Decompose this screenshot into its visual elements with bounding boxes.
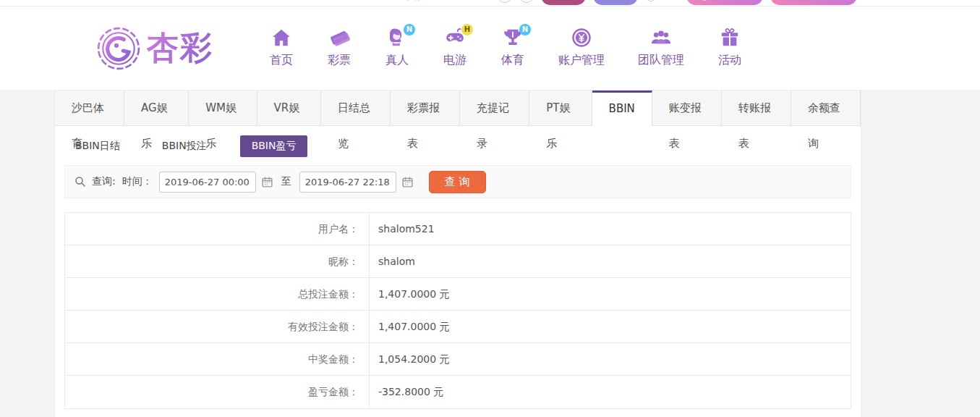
row-label: 总投注金额： <box>65 278 370 310</box>
query-button[interactable]: 查 询 <box>429 171 486 193</box>
row-value: 1,054.2000 元 <box>370 343 851 375</box>
monitor-icon <box>783 0 793 1</box>
site-header: 杏彩 首页 彩票 N 真人 H 电游 N <box>0 7 980 90</box>
profit-loss-table: 用户名： shalom521 昵称： shalom 总投注金额： 1,407.0… <box>64 212 851 409</box>
badge-n: N <box>404 24 415 35</box>
clock-icon <box>645 0 657 1</box>
row-value: 1,407.0000 元 <box>370 278 851 310</box>
badge-h: H <box>461 24 473 35</box>
tab-ag[interactable]: AG娱乐 <box>124 90 189 125</box>
row-label: 盈亏金额： <box>65 376 370 408</box>
tab-bbin[interactable]: BBIN <box>592 90 652 126</box>
tab-vr[interactable]: VR娱乐 <box>257 90 321 125</box>
withdraw-button[interactable]: 提款 <box>593 0 638 5</box>
table-row-username: 用户名： shalom521 <box>65 213 851 245</box>
row-value: shalom <box>370 245 851 277</box>
query-label: 查询: <box>92 175 116 188</box>
table-row-nickname: 昵称： shalom <box>65 245 851 278</box>
start-time-input[interactable] <box>159 172 256 193</box>
search-icon <box>74 175 87 188</box>
daily-report-toggle[interactable]: 日报 <box>645 0 679 2</box>
refresh-icon[interactable]: ⟳ <box>498 0 512 3</box>
logo-emblem-icon <box>96 26 141 71</box>
row-label: 用户名： <box>65 213 370 245</box>
end-time-input[interactable] <box>299 172 396 193</box>
main-nav: 首页 彩票 N 真人 H 电游 N 体育 <box>255 27 756 70</box>
nav-item-egames[interactable]: H 电游 <box>429 27 481 70</box>
row-value: 1,407.0000 元 <box>370 311 851 342</box>
nav-item-account-management[interactable]: 账户管理 <box>545 27 618 70</box>
team-icon <box>650 27 672 49</box>
coin-icon <box>571 27 592 49</box>
subtab-bbin-bets[interactable]: BBIN投注 <box>153 135 216 157</box>
main-content: 沙巴体育 AG娱乐 WM娱乐 VR娱乐 日结总览 彩票报表 充提记录 PT娱乐 … <box>54 90 861 417</box>
tab-wm[interactable]: WM娱乐 <box>189 90 257 125</box>
tab-balance-query[interactable]: 余额查询 <box>791 90 861 125</box>
ticket-icon <box>328 27 350 49</box>
gift-icon <box>719 27 741 49</box>
row-label: 有效投注金额： <box>65 311 370 342</box>
tab-shaba-sports[interactable]: 沙巴体育 <box>55 90 124 125</box>
row-value: shalom521 <box>370 213 851 245</box>
row-label: 中奖金额： <box>65 343 370 375</box>
subtab-bbin-profit-loss[interactable]: BBIN盈亏 <box>240 135 308 157</box>
site-logo[interactable]: 杏彩 <box>96 26 213 71</box>
report-tabs: 沙巴体育 AG娱乐 WM娱乐 VR娱乐 日结总览 彩票报表 充提记录 PT娱乐 … <box>55 90 861 126</box>
calendar-icon[interactable] <box>401 176 414 188</box>
time-label: 时间： <box>122 175 153 188</box>
nav-item-team-management[interactable]: 团队管理 <box>624 27 698 70</box>
tab-pt[interactable]: PT娱乐 <box>529 90 592 125</box>
nav-item-live[interactable]: N 真人 <box>371 27 423 70</box>
home-icon <box>270 27 292 49</box>
table-row-valid-bet: 有效投注金额： 1,407.0000 元 <box>65 311 851 343</box>
row-label: 昵称： <box>65 245 370 277</box>
topbar: 余额：¥ 122.030 ⟳ ✉ 充值 提款 日报 APP下载 客户端下载 <box>0 0 980 7</box>
message-icon[interactable]: ✉ <box>519 0 534 3</box>
subtab-bbin-daily[interactable]: BBIN日结 <box>67 135 129 157</box>
badge-n: N <box>519 24 531 35</box>
app-download-button[interactable]: APP下载 <box>686 0 763 5</box>
client-download-button[interactable]: 客户端下载 <box>770 0 857 5</box>
tab-lottery-report[interactable]: 彩票报表 <box>391 90 460 125</box>
recharge-button[interactable]: 充值 <box>541 0 586 5</box>
balance-amount: 余额：¥ 122.030 <box>404 0 490 2</box>
tab-deposit-withdraw-records[interactable]: 充提记录 <box>460 90 529 125</box>
tab-account-change-report[interactable]: 账变报表 <box>652 90 722 125</box>
tab-daily-overview[interactable]: 日结总览 <box>321 90 391 125</box>
phone-icon <box>699 0 710 1</box>
table-row-total-bet: 总投注金额： 1,407.0000 元 <box>65 278 851 311</box>
table-row-winnings: 中奖金额： 1,054.2000 元 <box>65 343 851 376</box>
row-value: -352.8000 元 <box>370 376 851 408</box>
nav-item-activities[interactable]: 活动 <box>704 27 756 70</box>
nav-item-home[interactable]: 首页 <box>255 27 307 70</box>
table-row-profit-loss: 盈亏金额： -352.8000 元 <box>65 376 851 408</box>
tab-transfer-report[interactable]: 转账报表 <box>722 90 791 125</box>
nav-item-lottery[interactable]: 彩票 <box>313 27 365 70</box>
logo-text: 杏彩 <box>147 27 213 70</box>
to-label: 至 <box>281 175 291 188</box>
calendar-icon[interactable] <box>261 176 273 188</box>
nav-item-sports[interactable]: N 体育 <box>487 27 539 70</box>
query-bar: 查询: 时间： 至 查 询 <box>64 165 851 198</box>
